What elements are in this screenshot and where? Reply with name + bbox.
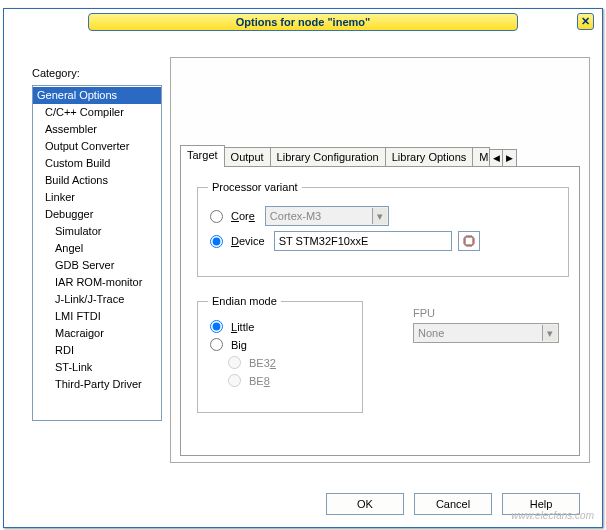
category-item[interactable]: GDB Server bbox=[33, 257, 161, 274]
cancel-button[interactable]: Cancel bbox=[414, 493, 492, 515]
ok-button[interactable]: OK bbox=[326, 493, 404, 515]
category-listbox[interactable]: General OptionsC/C++ CompilerAssemblerOu… bbox=[32, 85, 162, 421]
radio-core-label: Core bbox=[231, 210, 255, 222]
tab-target[interactable]: Target bbox=[180, 145, 225, 167]
radio-little-label: Little bbox=[231, 321, 254, 333]
group-endian-legend: Endian mode bbox=[208, 295, 281, 307]
tab-scroll-right[interactable]: ▶ bbox=[503, 149, 517, 167]
group-processor-variant: Processor variant Core Cortex-M3 ▾ Devic… bbox=[197, 181, 569, 277]
radio-device-label: Device bbox=[231, 235, 265, 247]
svg-rect-0 bbox=[465, 237, 473, 245]
core-combo-value: Cortex-M3 bbox=[270, 210, 321, 222]
device-textbox[interactable]: ST STM32F10xxE bbox=[274, 231, 452, 251]
tab-output[interactable]: Output bbox=[224, 147, 271, 167]
radio-be8-label: BE8 bbox=[249, 375, 270, 387]
tab-strip: TargetOutputLibrary ConfigurationLibrary… bbox=[180, 145, 582, 167]
category-item[interactable]: IAR ROM-monitor bbox=[33, 274, 161, 291]
radio-big-label: Big bbox=[231, 339, 247, 351]
fpu-label: FPU bbox=[413, 307, 435, 319]
radio-be32 bbox=[228, 356, 241, 369]
tab-target-body: Processor variant Core Cortex-M3 ▾ Devic… bbox=[180, 166, 580, 456]
category-item[interactable]: Simulator bbox=[33, 223, 161, 240]
category-item[interactable]: ST-Link bbox=[33, 359, 161, 376]
radio-device[interactable] bbox=[210, 235, 223, 248]
category-item[interactable]: Output Converter bbox=[33, 138, 161, 155]
radio-big[interactable] bbox=[210, 338, 223, 351]
category-item[interactable]: LMI FTDI bbox=[33, 308, 161, 325]
options-dialog: Options for node "inemo" ✕ Category: Gen… bbox=[3, 8, 603, 528]
category-item[interactable]: Third-Party Driver bbox=[33, 376, 161, 393]
category-item[interactable]: Build Actions bbox=[33, 172, 161, 189]
fpu-combo-value: None bbox=[418, 327, 444, 339]
watermark-text: www.elecfans.com bbox=[511, 510, 594, 521]
radio-little[interactable] bbox=[210, 320, 223, 333]
category-item[interactable]: Macraigor bbox=[33, 325, 161, 342]
tab-library-configuration[interactable]: Library Configuration bbox=[270, 147, 386, 167]
category-item[interactable]: Assembler bbox=[33, 121, 161, 138]
close-icon: ✕ bbox=[581, 15, 590, 28]
group-processor-legend: Processor variant bbox=[208, 181, 302, 193]
window-title: Options for node "inemo" bbox=[88, 13, 518, 31]
category-item[interactable]: Linker bbox=[33, 189, 161, 206]
radio-be32-label: BE32 bbox=[249, 357, 276, 369]
tab-mi[interactable]: MI bbox=[472, 147, 490, 167]
chevron-down-icon: ▾ bbox=[542, 325, 557, 341]
category-item[interactable]: J-Link/J-Trace bbox=[33, 291, 161, 308]
chip-icon bbox=[462, 234, 476, 248]
close-button[interactable]: ✕ bbox=[577, 13, 594, 30]
category-item[interactable]: RDI bbox=[33, 342, 161, 359]
radio-be8 bbox=[228, 374, 241, 387]
category-item[interactable]: Custom Build bbox=[33, 155, 161, 172]
chevron-down-icon: ▾ bbox=[372, 208, 387, 224]
core-combo: Cortex-M3 ▾ bbox=[265, 206, 389, 226]
category-item[interactable]: Debugger bbox=[33, 206, 161, 223]
radio-core[interactable] bbox=[210, 210, 223, 223]
group-endian-mode: Endian mode Little Big BE32 BE8 bbox=[197, 295, 363, 413]
category-item[interactable]: C/C++ Compiler bbox=[33, 104, 161, 121]
fpu-combo: None ▾ bbox=[413, 323, 559, 343]
title-bar: Options for node "inemo" ✕ bbox=[6, 11, 600, 33]
category-item[interactable]: General Options bbox=[33, 87, 161, 104]
device-browse-button[interactable] bbox=[458, 231, 480, 251]
category-label: Category: bbox=[32, 67, 80, 79]
tab-scroll-left[interactable]: ◀ bbox=[489, 149, 503, 167]
tab-library-options[interactable]: Library Options bbox=[385, 147, 474, 167]
category-item[interactable]: Angel bbox=[33, 240, 161, 257]
